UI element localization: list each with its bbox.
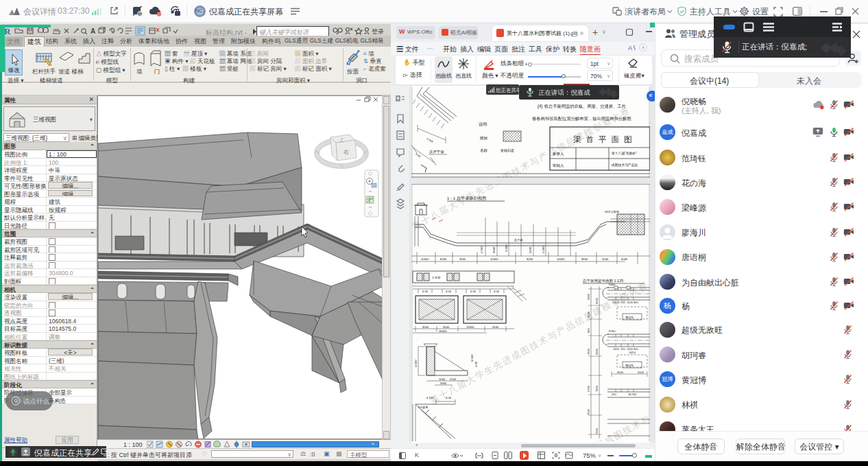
svg-text:第十八届大学生先进成图技术与产品信息建模创新大赛: 第十八届大学生先进成图技术与产品信息建模创新大赛 (428, 279, 650, 406)
svg-text:工作桥: 工作桥 (431, 276, 441, 279)
svg-text:(4) 将总干渠闸室的底板、闸墩、交通桥、工作: (4) 将总干渠闸室的底板、闸墩、交通桥、工作 (538, 104, 627, 109)
svg-text:7600: 7600 (587, 348, 590, 355)
svg-text:上: 上 (339, 137, 344, 142)
svg-text:泥结土路堤: 泥结土路堤 (605, 210, 619, 213)
svg-text:7600: 7600 (595, 385, 599, 392)
svg-text:6.500: 6.500 (470, 354, 474, 362)
svg-text:700: 700 (620, 347, 625, 351)
svg-text:700: 700 (620, 301, 625, 304)
svg-text:R450: R450 (609, 283, 616, 286)
svg-text:图例: 图例 (480, 136, 487, 141)
svg-text:修各构件按装配位置分解布置，输出闸室构件分解图: 修各构件按装配位置分解布置，输出闸室构件分解图 (532, 116, 631, 121)
svg-text:3950: 3950 (440, 382, 447, 385)
svg-text:第十八届大学生先进成图技术与产品信息建模创新大赛: 第十八届大学生先进成图技术与产品信息建模创新大赛 (411, 105, 632, 231)
svg-text:4.500: 4.500 (542, 246, 545, 253)
svg-text:4.00: 4.00 (422, 290, 429, 293)
svg-text:5100: 5100 (529, 246, 532, 253)
svg-text:7160: 7160 (411, 423, 412, 430)
svg-text:4.00: 4.00 (494, 290, 500, 293)
svg-text:4.525: 4.525 (426, 137, 435, 144)
svg-text:900: 900 (587, 328, 590, 333)
svg-text:1100: 1100 (613, 347, 619, 351)
svg-text:4.00: 4.00 (446, 290, 452, 293)
svg-text:7500: 7500 (595, 428, 599, 434)
svg-text:7500: 7500 (587, 408, 590, 415)
svg-text:6.125: 6.125 (426, 396, 434, 399)
svg-text:4.500: 4.500 (414, 360, 418, 367)
svg-text:第十八届大学生先进成图技术与产品信息建模创新大赛: 第十八届大学生先进成图技术与产品信息建模创新大赛 (521, 364, 650, 441)
svg-text:4500: 4500 (492, 325, 499, 329)
svg-text:9600: 9600 (581, 257, 588, 261)
svg-text:4500: 4500 (587, 311, 590, 318)
svg-text:修改: 修改 (8, 67, 21, 73)
svg-text:10000: 10000 (421, 257, 429, 261)
svg-text:9000: 9000 (527, 257, 533, 261)
svg-text:浆砌石堤: 浆砌石堤 (501, 148, 514, 153)
svg-text:R700: R700 (609, 329, 616, 333)
svg-text:5600: 5600 (587, 293, 590, 300)
svg-text:300: 300 (634, 301, 638, 304)
svg-text:5000: 5000 (621, 257, 628, 261)
svg-text:6500: 6500 (595, 297, 599, 304)
svg-text:250: 250 (612, 393, 616, 396)
svg-text:说明:: 说明: (479, 122, 488, 127)
svg-text:2200: 2200 (450, 377, 457, 381)
svg-text:16500: 16500 (439, 329, 447, 333)
svg-text:右: 右 (343, 149, 349, 155)
svg-text:5700: 5700 (587, 385, 590, 392)
svg-text:4500: 4500 (617, 371, 624, 374)
svg-text:名称: 名称 (480, 148, 488, 152)
svg-text:第十八届"海教杯": 第十八届"海教杯" (612, 151, 637, 156)
svg-text:A: A (91, 27, 95, 35)
svg-text:4.00: 4.00 (446, 396, 452, 399)
svg-text:5000: 5000 (602, 257, 609, 261)
svg-text:登录: 登录 (372, 28, 384, 35)
svg-text:6: 6 (138, 11, 141, 16)
svg-text:1000: 1000 (439, 377, 446, 381)
svg-text:总干渠闸室平面图 1:125: 总干渠闸室平面图 1:125 (582, 279, 623, 283)
svg-text:3500: 3500 (459, 257, 466, 261)
svg-text:5500: 5500 (638, 371, 644, 374)
svg-text:6450: 6450 (629, 351, 636, 354)
svg-text:参赛人: 参赛人 (553, 152, 564, 156)
svg-text:4.00: 4.00 (470, 290, 477, 293)
svg-text:1100: 1100 (613, 301, 619, 304)
svg-text:渠首平面图: 渠首平面图 (573, 135, 637, 143)
svg-text:3500: 3500 (443, 325, 450, 329)
svg-text:4500: 4500 (595, 348, 599, 355)
svg-text:10000: 10000 (490, 257, 498, 261)
svg-text:6000: 6000 (440, 257, 447, 261)
svg-text:5%坡度: 5%坡度 (418, 406, 428, 409)
svg-text:18.250: 18.250 (628, 393, 637, 396)
svg-text:5560: 5560 (492, 246, 496, 253)
svg-text:1200: 1200 (627, 301, 634, 304)
svg-text:总干渠: 总干渠 (514, 238, 523, 242)
svg-text:14000: 14000 (557, 257, 565, 261)
svg-text:5.000: 5.000 (505, 244, 508, 252)
svg-text:成图技术与产品信: 成图技术与产品信 (612, 163, 638, 167)
svg-text:1 - 1 总干渠纵剖视图: 1 - 1 总干渠纵剖视图 (447, 196, 486, 201)
svg-text:左岸干渠: 左岸干渠 (429, 150, 445, 154)
svg-text:4.00: 4.00 (474, 361, 478, 367)
svg-text:4.500: 4.500 (480, 246, 483, 253)
svg-text:审阅人: 审阅人 (553, 163, 564, 168)
svg-text:19500: 19500 (466, 325, 474, 329)
svg-text:4500: 4500 (422, 325, 429, 329)
